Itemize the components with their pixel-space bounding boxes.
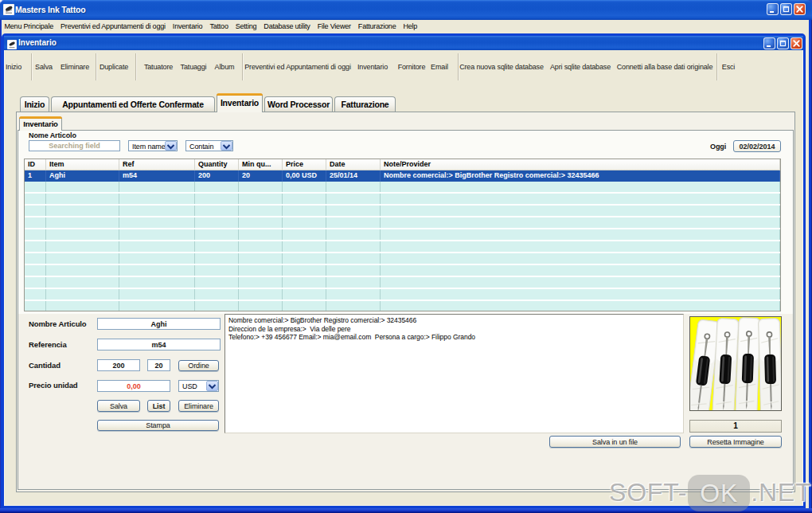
empty-cell <box>195 217 239 228</box>
today-date-field[interactable]: 02/02/2014 <box>733 140 781 152</box>
column-header-ref[interactable]: Ref <box>119 159 195 170</box>
menu-item-help[interactable]: Help <box>400 22 421 30</box>
table-empty-row[interactable] <box>25 301 780 311</box>
toolbar-duplicate[interactable]: Duplicate <box>100 63 128 71</box>
empty-cell <box>326 241 381 252</box>
toolbar-email[interactable]: Email <box>431 63 448 71</box>
menu-item-preventivi[interactable]: Preventivi ed Appuntamenti di oggi <box>57 22 170 30</box>
toolbar-apri-database[interactable]: Apri sqlite database <box>550 63 611 71</box>
list-button[interactable]: List <box>147 400 170 412</box>
table-empty-row[interactable] <box>25 194 780 206</box>
column-header-price[interactable]: Price <box>283 159 326 170</box>
tab-word-processor[interactable]: Word Processor <box>264 96 333 112</box>
menu-item-menu-principale[interactable]: Menu Principale <box>1 22 57 30</box>
empty-cell <box>46 277 119 288</box>
empty-cell <box>326 182 381 192</box>
empty-cell <box>46 289 119 300</box>
empty-cell <box>195 265 239 276</box>
table-empty-row[interactable] <box>25 241 780 253</box>
search-field-select[interactable]: Item name <box>128 140 178 151</box>
toolbar-album[interactable]: Album <box>215 63 235 71</box>
empty-cell <box>119 265 195 276</box>
table-empty-row[interactable] <box>25 253 780 265</box>
main-titlebar: Masters Ink Tattoo <box>0 0 812 20</box>
column-header-id[interactable]: ID <box>25 159 46 170</box>
menu-item-fatturazione[interactable]: Fatturazione <box>354 22 400 30</box>
column-header-item[interactable]: Item <box>46 159 119 170</box>
empty-cell <box>283 241 326 252</box>
menu-item-tattoo[interactable]: Tattoo <box>206 22 232 30</box>
toolbar-esci[interactable]: Esci <box>722 63 735 71</box>
child-minimize-icon[interactable] <box>763 37 775 49</box>
order-button[interactable]: Ordine <box>178 360 219 371</box>
menu-item-inventario[interactable]: Inventario <box>169 22 206 30</box>
maximize-icon[interactable] <box>780 3 792 15</box>
toolbar-tatuaggi[interactable]: Tatuaggi <box>181 63 207 71</box>
toolbar-eliminare[interactable]: Eliminare <box>61 63 89 71</box>
tab-inventario[interactable]: Inventario <box>217 93 263 112</box>
menu-item-file-viewer[interactable]: File Viewer <box>314 22 354 30</box>
table-empty-row[interactable] <box>25 277 780 289</box>
toolbar-salva[interactable]: Salva <box>35 63 53 71</box>
price-field[interactable] <box>97 380 170 392</box>
delete-button[interactable]: Eliminare <box>178 400 219 412</box>
chevron-down-icon[interactable] <box>221 141 232 151</box>
empty-cell <box>25 194 46 204</box>
column-header-quantity[interactable]: Quantity <box>195 159 239 170</box>
menu-item-setting[interactable]: Setting <box>232 22 260 30</box>
qty-field[interactable] <box>97 359 140 371</box>
image-count-field[interactable]: 1 <box>689 420 782 433</box>
min-qty-field[interactable] <box>147 359 170 371</box>
empty-cell <box>195 253 239 264</box>
tab-appuntamenti[interactable]: Appuntamenti ed Offerte Confermate <box>51 96 215 112</box>
note-provider-textarea[interactable]: Nombre comercial:> BigBrother Registro c… <box>224 314 684 433</box>
toolbar-tatuatore[interactable]: Tatuatore <box>144 63 173 71</box>
empty-cell <box>381 301 780 311</box>
table-empty-row[interactable] <box>25 229 780 241</box>
save-to-file-button[interactable]: Salva in un file <box>549 436 681 448</box>
table-empty-row[interactable] <box>25 182 780 194</box>
column-header-note-provider[interactable]: Note/Provider <box>381 159 780 170</box>
product-image[interactable] <box>689 316 782 411</box>
table-empty-row[interactable] <box>25 289 780 301</box>
empty-cell <box>381 289 780 300</box>
child-maximize-icon[interactable] <box>777 37 789 49</box>
minimize-icon[interactable] <box>767 3 779 15</box>
toolbar-fornitore[interactable]: Fornitore <box>398 63 426 71</box>
cell-item: Aghi <box>46 170 119 182</box>
save-button[interactable]: Salva <box>97 400 140 412</box>
toolbar-separator <box>96 53 96 80</box>
child-close-icon[interactable] <box>791 37 802 49</box>
toolbar-inizio[interactable]: Inizio <box>6 63 21 71</box>
toolbar-connetti-database[interactable]: Connetti alla base dati originale <box>617 63 713 71</box>
search-input[interactable] <box>29 140 120 151</box>
reset-image-button[interactable]: Resetta Immagine <box>689 436 782 448</box>
table-empty-row[interactable] <box>25 217 780 229</box>
search-mode-select[interactable]: Contain <box>185 140 233 151</box>
column-header-min-qu[interactable]: Min qu... <box>239 159 283 170</box>
toolbar-crea-database[interactable]: Crea nuova sqlite database <box>459 63 544 71</box>
name-field[interactable] <box>97 318 221 330</box>
empty-cell <box>381 182 780 192</box>
inner-tab-inventario[interactable]: Inventario <box>19 116 62 131</box>
empty-cell <box>119 253 195 264</box>
toolbar: Inizio Salva Eliminare Duplicate Tatuato… <box>4 50 803 85</box>
close-icon[interactable] <box>794 3 806 15</box>
table-empty-row[interactable] <box>25 265 780 277</box>
ref-label: Referencia <box>29 340 67 349</box>
ref-field[interactable] <box>97 339 221 350</box>
menu-item-database-utility[interactable]: Database utility <box>260 22 314 30</box>
table-empty-row[interactable] <box>25 206 780 217</box>
column-header-date[interactable]: Date <box>326 159 381 170</box>
empty-cell <box>326 229 381 240</box>
chevron-down-icon[interactable] <box>165 141 177 151</box>
note-line: Nombre comercial:> BigBrother Registro c… <box>228 316 680 325</box>
chevron-down-icon[interactable] <box>206 381 218 391</box>
tab-fatturazione[interactable]: Fatturazione <box>334 96 396 112</box>
print-button[interactable]: Stampa <box>97 420 219 431</box>
currency-select[interactable]: USD <box>178 380 219 392</box>
toolbar-preventivi[interactable]: Preventivi ed Appuntamenti di oggi <box>244 63 351 71</box>
toolbar-inventario[interactable]: Inventario <box>357 63 388 71</box>
table-row-selected[interactable]: 1 Aghi m54 200 20 0,00 USD 25/01/14 Nomb… <box>25 170 780 182</box>
tab-inizio[interactable]: Inizio <box>20 96 49 112</box>
